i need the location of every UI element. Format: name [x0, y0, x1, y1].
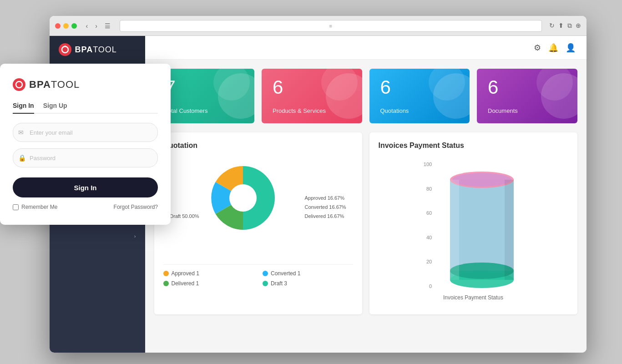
email-icon: ✉: [18, 129, 24, 136]
legend-label-draft: Draft 3: [271, 280, 287, 287]
modal-logo: BPATOOL: [13, 78, 158, 91]
reader-button[interactable]: ☰: [103, 21, 112, 30]
pie-container: Draft 50.00%: [163, 157, 353, 257]
pie-chart-wrapper: [207, 162, 298, 253]
remember-label: Remember Me: [21, 204, 57, 210]
stat-card-documents: 6 Documents: [477, 69, 577, 123]
address-text: ≡: [329, 23, 332, 29]
remember-me: Remember Me: [13, 204, 57, 210]
y-axis: 100 80 60 40 20 0: [424, 162, 432, 289]
stat-label-documents: Documents: [488, 107, 566, 114]
stats-grid: 7 Total Customers 6 Products & Services …: [145, 60, 587, 132]
delivered-label: Delivered 16.67%: [305, 213, 346, 219]
cylinder-area: 100 80 60 40 20 0: [424, 162, 523, 289]
stat-label-customers: Total Customers: [165, 107, 244, 114]
back-button[interactable]: ‹: [84, 21, 90, 30]
remember-checkbox[interactable]: [13, 204, 19, 210]
charts-area: Quotation Draft 50.00%: [145, 132, 587, 324]
stat-number-customers: 7: [165, 78, 244, 97]
logo-icon: [59, 43, 71, 56]
invoice-chart-title: Invoices Payment Status: [379, 142, 568, 150]
invoice-chart-card: Invoices Payment Status 100 80 60 40 20 …: [369, 132, 577, 314]
converted-label: Converted 16.67%: [305, 204, 346, 210]
legend-label-approved: Approved 1: [172, 270, 199, 277]
y-40: 40: [424, 235, 432, 240]
minimize-button[interactable]: [63, 23, 69, 29]
svg-point-7: [229, 184, 257, 212]
modal-logo-icon: [13, 78, 25, 91]
extensions-icon[interactable]: ⊕: [576, 22, 581, 30]
approved-label: Approved 16.67%: [305, 195, 346, 201]
legend-dot-converted: [263, 271, 268, 276]
tab-icon[interactable]: ⧉: [567, 22, 572, 30]
y-20: 20: [424, 259, 432, 264]
stat-number-quotations: 6: [380, 78, 459, 97]
traffic-lights: [55, 23, 77, 29]
svg-point-13: [452, 173, 511, 187]
legend-dot-draft: [263, 281, 268, 286]
y-60: 60: [424, 210, 432, 216]
forgot-password-link[interactable]: Forgot Password?: [114, 204, 158, 210]
svg-rect-14: [450, 180, 459, 280]
legend-label-converted: Converted 1: [271, 270, 300, 277]
password-field[interactable]: [13, 148, 158, 167]
stat-label-products: Products & Services: [273, 107, 351, 114]
email-input-group: ✉: [13, 123, 158, 142]
close-button[interactable]: [55, 23, 61, 29]
cylinder-wrapper: [441, 162, 523, 289]
tab-signup[interactable]: Sign Up: [43, 102, 67, 114]
svg-rect-15: [505, 180, 514, 280]
pie-svg: [207, 162, 279, 234]
quotation-chart-title: Quotation: [163, 142, 353, 150]
toolbar-icons: ↻ ⬆ ⧉ ⊕: [549, 22, 581, 30]
main-content: ⚙ 🔔 👤 7 Total Customers 6 Products & Ser…: [145, 36, 587, 353]
draft-label: Draft 50.00%: [170, 213, 199, 219]
quotation-chart-card: Quotation Draft 50.00%: [154, 132, 362, 314]
top-bar: ⚙ 🔔 👤: [145, 36, 587, 60]
stat-number-documents: 6: [488, 78, 566, 97]
legend-dot-approved: [163, 271, 169, 276]
tab-signin[interactable]: Sign In: [13, 102, 34, 114]
legend-delivered: Delivered 1: [163, 280, 254, 287]
svg-point-1: [64, 48, 66, 51]
notifications-icon[interactable]: 🔔: [548, 43, 558, 53]
auth-tabs: Sign In Sign Up: [13, 102, 158, 114]
cylinder-chart: 100 80 60 40 20 0: [379, 157, 568, 305]
legend-converted: Converted 1: [263, 270, 353, 277]
profile-icon[interactable]: 👤: [566, 43, 576, 53]
cylinder-chart-subtitle: Invoices Payment Status: [443, 294, 503, 301]
address-bar[interactable]: ≡: [120, 20, 542, 32]
email-field[interactable]: [13, 123, 158, 142]
legend-approved: Approved 1: [163, 270, 254, 277]
share-icon[interactable]: ⬆: [558, 22, 564, 30]
forward-button[interactable]: ›: [93, 21, 99, 30]
form-footer: Remember Me Forgot Password?: [13, 204, 158, 210]
cylinder-svg: [441, 162, 523, 289]
chevron-right-icon-7: ›: [134, 233, 136, 239]
y-0: 0: [424, 283, 432, 289]
legend-label-delivered: Delivered 1: [172, 280, 199, 287]
logo-text: BPATOOL: [75, 45, 117, 55]
browser-toolbar: ‹ › ☰ ≡ ↻ ⬆ ⧉ ⊕: [50, 16, 587, 36]
sidebar-item-7[interactable]: ›: [50, 228, 145, 245]
y-80: 80: [424, 186, 432, 192]
reload-icon[interactable]: ↻: [549, 22, 555, 30]
svg-point-11: [450, 263, 514, 279]
signin-button[interactable]: Sign In: [13, 177, 158, 197]
y-100: 100: [424, 162, 432, 167]
settings-icon[interactable]: ⚙: [534, 43, 541, 53]
chart-legend: Approved 1 Converted 1 Delivered 1: [163, 264, 353, 287]
pie-full-area: Draft 50.00%: [170, 162, 346, 253]
lock-icon: 🔒: [18, 154, 26, 162]
stat-card-quotations: 6 Quotations: [369, 69, 470, 123]
stat-card-products: 6 Products & Services: [262, 69, 362, 123]
stat-label-quotations: Quotations: [380, 107, 459, 114]
legend-draft: Draft 3: [263, 280, 353, 287]
sidebar-logo: BPATOOL: [50, 36, 145, 63]
maximize-button[interactable]: [71, 23, 77, 29]
modal-logo-text: BPATOOL: [29, 79, 80, 91]
pie-right-labels: Approved 16.67% Converted 16.67% Deliver…: [305, 195, 346, 219]
legend-dot-delivered: [163, 281, 169, 286]
login-modal: BPATOOL Sign In Sign Up ✉ 🔒 Sign In Reme…: [0, 64, 171, 225]
svg-point-17: [18, 83, 20, 86]
